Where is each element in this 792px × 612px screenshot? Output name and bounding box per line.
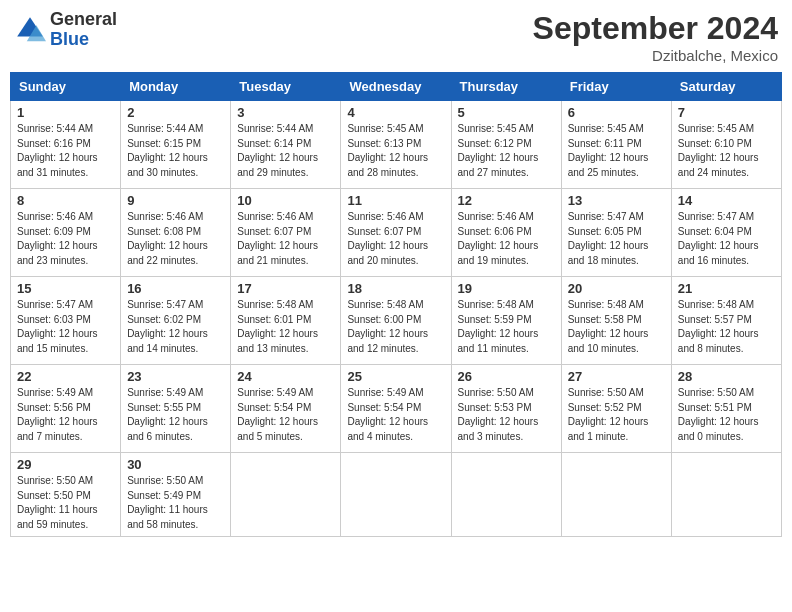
calendar-cell: 11Sunrise: 5:46 AM Sunset: 6:07 PM Dayli… bbox=[341, 189, 451, 277]
week-row-3: 15Sunrise: 5:47 AM Sunset: 6:03 PM Dayli… bbox=[11, 277, 782, 365]
logo-icon bbox=[14, 14, 46, 46]
day-info: Sunrise: 5:48 AM Sunset: 5:59 PM Dayligh… bbox=[458, 298, 555, 356]
day-info: Sunrise: 5:49 AM Sunset: 5:55 PM Dayligh… bbox=[127, 386, 224, 444]
day-info: Sunrise: 5:47 AM Sunset: 6:02 PM Dayligh… bbox=[127, 298, 224, 356]
weekday-header-saturday: Saturday bbox=[671, 73, 781, 101]
calendar-cell: 10Sunrise: 5:46 AM Sunset: 6:07 PM Dayli… bbox=[231, 189, 341, 277]
day-info: Sunrise: 5:49 AM Sunset: 5:54 PM Dayligh… bbox=[237, 386, 334, 444]
calendar-cell: 16Sunrise: 5:47 AM Sunset: 6:02 PM Dayli… bbox=[121, 277, 231, 365]
day-info: Sunrise: 5:48 AM Sunset: 5:57 PM Dayligh… bbox=[678, 298, 775, 356]
calendar-cell: 13Sunrise: 5:47 AM Sunset: 6:05 PM Dayli… bbox=[561, 189, 671, 277]
day-number: 15 bbox=[17, 281, 114, 296]
logo-general: General bbox=[50, 9, 117, 29]
calendar-cell: 23Sunrise: 5:49 AM Sunset: 5:55 PM Dayli… bbox=[121, 365, 231, 453]
day-number: 22 bbox=[17, 369, 114, 384]
calendar-cell: 20Sunrise: 5:48 AM Sunset: 5:58 PM Dayli… bbox=[561, 277, 671, 365]
calendar-cell: 26Sunrise: 5:50 AM Sunset: 5:53 PM Dayli… bbox=[451, 365, 561, 453]
day-number: 9 bbox=[127, 193, 224, 208]
day-number: 28 bbox=[678, 369, 775, 384]
day-info: Sunrise: 5:45 AM Sunset: 6:13 PM Dayligh… bbox=[347, 122, 444, 180]
day-info: Sunrise: 5:48 AM Sunset: 6:01 PM Dayligh… bbox=[237, 298, 334, 356]
day-info: Sunrise: 5:44 AM Sunset: 6:16 PM Dayligh… bbox=[17, 122, 114, 180]
day-info: Sunrise: 5:45 AM Sunset: 6:11 PM Dayligh… bbox=[568, 122, 665, 180]
day-info: Sunrise: 5:50 AM Sunset: 5:53 PM Dayligh… bbox=[458, 386, 555, 444]
day-info: Sunrise: 5:46 AM Sunset: 6:08 PM Dayligh… bbox=[127, 210, 224, 268]
calendar-cell: 1Sunrise: 5:44 AM Sunset: 6:16 PM Daylig… bbox=[11, 101, 121, 189]
logo-text: General Blue bbox=[50, 10, 117, 50]
day-number: 11 bbox=[347, 193, 444, 208]
day-number: 12 bbox=[458, 193, 555, 208]
weekday-header-tuesday: Tuesday bbox=[231, 73, 341, 101]
calendar-cell: 29Sunrise: 5:50 AM Sunset: 5:50 PM Dayli… bbox=[11, 453, 121, 537]
calendar-cell: 24Sunrise: 5:49 AM Sunset: 5:54 PM Dayli… bbox=[231, 365, 341, 453]
day-number: 2 bbox=[127, 105, 224, 120]
calendar-cell: 19Sunrise: 5:48 AM Sunset: 5:59 PM Dayli… bbox=[451, 277, 561, 365]
day-info: Sunrise: 5:47 AM Sunset: 6:05 PM Dayligh… bbox=[568, 210, 665, 268]
calendar-cell: 30Sunrise: 5:50 AM Sunset: 5:49 PM Dayli… bbox=[121, 453, 231, 537]
logo: General Blue bbox=[14, 10, 117, 50]
day-info: Sunrise: 5:49 AM Sunset: 5:54 PM Dayligh… bbox=[347, 386, 444, 444]
day-info: Sunrise: 5:46 AM Sunset: 6:07 PM Dayligh… bbox=[237, 210, 334, 268]
weekday-header-sunday: Sunday bbox=[11, 73, 121, 101]
calendar-cell bbox=[561, 453, 671, 537]
page-header: General Blue September 2024 Dzitbalche, … bbox=[10, 10, 782, 64]
day-info: Sunrise: 5:46 AM Sunset: 6:07 PM Dayligh… bbox=[347, 210, 444, 268]
calendar-cell bbox=[451, 453, 561, 537]
day-number: 29 bbox=[17, 457, 114, 472]
calendar-cell: 12Sunrise: 5:46 AM Sunset: 6:06 PM Dayli… bbox=[451, 189, 561, 277]
day-number: 10 bbox=[237, 193, 334, 208]
day-number: 30 bbox=[127, 457, 224, 472]
calendar-cell: 22Sunrise: 5:49 AM Sunset: 5:56 PM Dayli… bbox=[11, 365, 121, 453]
day-number: 26 bbox=[458, 369, 555, 384]
calendar-table: SundayMondayTuesdayWednesdayThursdayFrid… bbox=[10, 72, 782, 537]
weekday-header-row: SundayMondayTuesdayWednesdayThursdayFrid… bbox=[11, 73, 782, 101]
day-info: Sunrise: 5:46 AM Sunset: 6:09 PM Dayligh… bbox=[17, 210, 114, 268]
calendar-cell: 4Sunrise: 5:45 AM Sunset: 6:13 PM Daylig… bbox=[341, 101, 451, 189]
day-info: Sunrise: 5:44 AM Sunset: 6:14 PM Dayligh… bbox=[237, 122, 334, 180]
weekday-header-thursday: Thursday bbox=[451, 73, 561, 101]
day-number: 16 bbox=[127, 281, 224, 296]
day-number: 14 bbox=[678, 193, 775, 208]
day-info: Sunrise: 5:45 AM Sunset: 6:12 PM Dayligh… bbox=[458, 122, 555, 180]
calendar-cell: 8Sunrise: 5:46 AM Sunset: 6:09 PM Daylig… bbox=[11, 189, 121, 277]
day-number: 4 bbox=[347, 105, 444, 120]
month-title: September 2024 bbox=[533, 10, 778, 47]
calendar-cell: 27Sunrise: 5:50 AM Sunset: 5:52 PM Dayli… bbox=[561, 365, 671, 453]
calendar-cell bbox=[341, 453, 451, 537]
day-number: 18 bbox=[347, 281, 444, 296]
day-number: 7 bbox=[678, 105, 775, 120]
day-info: Sunrise: 5:48 AM Sunset: 5:58 PM Dayligh… bbox=[568, 298, 665, 356]
day-number: 23 bbox=[127, 369, 224, 384]
location: Dzitbalche, Mexico bbox=[533, 47, 778, 64]
week-row-5: 29Sunrise: 5:50 AM Sunset: 5:50 PM Dayli… bbox=[11, 453, 782, 537]
day-info: Sunrise: 5:49 AM Sunset: 5:56 PM Dayligh… bbox=[17, 386, 114, 444]
day-info: Sunrise: 5:47 AM Sunset: 6:03 PM Dayligh… bbox=[17, 298, 114, 356]
day-number: 19 bbox=[458, 281, 555, 296]
calendar-cell: 17Sunrise: 5:48 AM Sunset: 6:01 PM Dayli… bbox=[231, 277, 341, 365]
day-number: 5 bbox=[458, 105, 555, 120]
day-info: Sunrise: 5:44 AM Sunset: 6:15 PM Dayligh… bbox=[127, 122, 224, 180]
week-row-1: 1Sunrise: 5:44 AM Sunset: 6:16 PM Daylig… bbox=[11, 101, 782, 189]
calendar-cell: 9Sunrise: 5:46 AM Sunset: 6:08 PM Daylig… bbox=[121, 189, 231, 277]
day-info: Sunrise: 5:46 AM Sunset: 6:06 PM Dayligh… bbox=[458, 210, 555, 268]
day-info: Sunrise: 5:50 AM Sunset: 5:50 PM Dayligh… bbox=[17, 474, 114, 532]
day-info: Sunrise: 5:50 AM Sunset: 5:52 PM Dayligh… bbox=[568, 386, 665, 444]
weekday-header-monday: Monday bbox=[121, 73, 231, 101]
day-info: Sunrise: 5:45 AM Sunset: 6:10 PM Dayligh… bbox=[678, 122, 775, 180]
weekday-header-friday: Friday bbox=[561, 73, 671, 101]
calendar-cell: 2Sunrise: 5:44 AM Sunset: 6:15 PM Daylig… bbox=[121, 101, 231, 189]
calendar-cell: 21Sunrise: 5:48 AM Sunset: 5:57 PM Dayli… bbox=[671, 277, 781, 365]
calendar-cell: 28Sunrise: 5:50 AM Sunset: 5:51 PM Dayli… bbox=[671, 365, 781, 453]
weekday-header-wednesday: Wednesday bbox=[341, 73, 451, 101]
calendar-cell: 6Sunrise: 5:45 AM Sunset: 6:11 PM Daylig… bbox=[561, 101, 671, 189]
day-number: 27 bbox=[568, 369, 665, 384]
calendar-cell bbox=[231, 453, 341, 537]
day-number: 1 bbox=[17, 105, 114, 120]
day-number: 21 bbox=[678, 281, 775, 296]
week-row-2: 8Sunrise: 5:46 AM Sunset: 6:09 PM Daylig… bbox=[11, 189, 782, 277]
day-info: Sunrise: 5:47 AM Sunset: 6:04 PM Dayligh… bbox=[678, 210, 775, 268]
day-info: Sunrise: 5:50 AM Sunset: 5:51 PM Dayligh… bbox=[678, 386, 775, 444]
day-number: 3 bbox=[237, 105, 334, 120]
calendar-cell: 7Sunrise: 5:45 AM Sunset: 6:10 PM Daylig… bbox=[671, 101, 781, 189]
calendar-cell bbox=[671, 453, 781, 537]
